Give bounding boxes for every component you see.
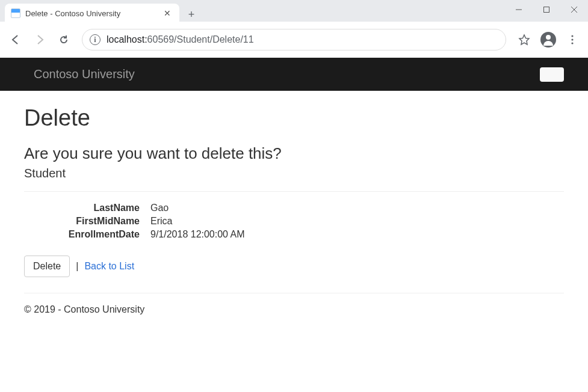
browser-chrome: Delete - Contoso University ✕ + i [0,0,588,58]
back-button[interactable] [5,29,26,51]
page-content: Delete Are you sure you want to delete t… [0,91,588,329]
svg-rect-1 [544,7,549,13]
minimize-button[interactable] [505,0,533,19]
close-icon [571,6,578,13]
field-value-lastname: Gao [150,203,564,213]
address-bar[interactable]: i localhost:60569/Student/Delete/11 [82,29,506,51]
close-window-button[interactable] [560,0,588,19]
url-host: localhost: [107,34,147,44]
minimize-icon [515,6,522,13]
field-label-firstmidname: FirstMidName [24,216,150,227]
new-tab-button[interactable]: + [183,6,200,23]
avatar-icon [540,32,556,47]
confirm-question: Are you sure you want to delete this? [24,144,564,163]
page-title: Delete [24,105,564,131]
site-info-icon[interactable]: i [90,34,101,45]
svg-point-4 [571,35,573,37]
window-controls [505,0,588,19]
maximize-icon [543,6,550,13]
url-text: localhost:60569/Student/Delete/11 [107,34,254,45]
delete-button[interactable]: Delete [24,256,70,277]
arrow-left-icon [10,34,21,45]
field-value-enrollmentdate: 9/1/2018 12:00:00 AM [150,229,564,240]
navbar-toggle-button[interactable] [540,67,564,82]
arrow-right-icon [34,34,45,45]
tab-title: Delete - Contoso University [25,9,156,18]
app-navbar: Contoso University [0,58,588,91]
reload-button[interactable] [53,29,75,51]
browser-menu-button[interactable] [562,29,583,51]
footer-text: © 2019 - Contoso University [24,304,564,315]
maximize-button[interactable] [533,0,560,19]
field-label-lastname: LastName [24,203,150,213]
close-tab-icon[interactable]: ✕ [161,8,173,18]
star-icon [518,34,530,46]
profile-button[interactable] [537,29,559,51]
favicon-icon [11,8,20,18]
divider [24,191,564,192]
details-list: LastName Gao FirstMidName Erica Enrollme… [24,203,564,240]
kebab-menu-icon [567,34,578,45]
back-to-list-link[interactable]: Back to List [84,261,134,272]
browser-tab[interactable]: Delete - Contoso University ✕ [5,4,179,23]
forward-button[interactable] [29,29,51,51]
form-actions: Delete | Back to List [24,256,564,277]
reload-icon [58,34,69,45]
url-path: 60569/Student/Delete/11 [147,34,254,44]
action-separator: | [76,261,78,272]
entity-name: Student [24,167,564,180]
titlebar: Delete - Contoso University ✕ + [0,0,588,22]
browser-toolbar: i localhost:60569/Student/Delete/11 [0,22,588,58]
field-value-firstmidname: Erica [150,216,564,227]
svg-point-6 [571,42,573,44]
field-label-enrollmentdate: EnrollmentDate [24,229,150,240]
footer-divider [24,293,564,293]
bookmark-button[interactable] [513,29,535,51]
brand-link[interactable]: Contoso University [34,67,135,81]
svg-point-5 [571,38,573,40]
